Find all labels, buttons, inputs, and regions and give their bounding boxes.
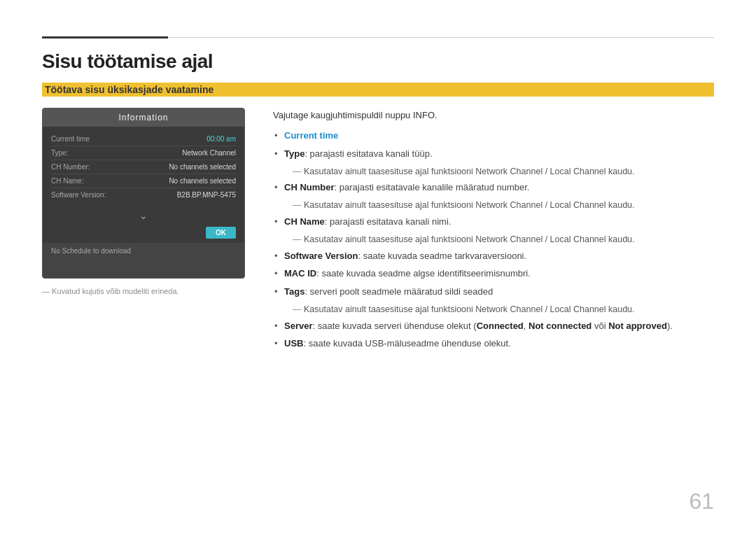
subtitle-highlight: Töötava sisu üksikasjade vaatamine	[42, 83, 714, 97]
server-or: või	[592, 321, 608, 331]
server-comma1: ,	[524, 321, 528, 331]
mac-id-label: MAC ID	[284, 268, 316, 279]
ch-number-sub-network: Network Channel	[475, 200, 542, 210]
tv-row-ch-number: CH Number: No channels selected	[51, 160, 236, 174]
list-item-server: Server: saate kuvada serveri ühenduse ol…	[273, 319, 714, 334]
usb-label: USB	[284, 338, 303, 349]
tv-label-software: Software Version:	[51, 191, 106, 199]
tv-value-ch-number: No channels selected	[169, 163, 236, 171]
list-item-mac-id: MAC ID: saate kuvada seadme algse identi…	[273, 267, 714, 281]
tv-schedule-area: No Schedule to download	[43, 243, 244, 278]
tv-value-current-time: 00:00 am	[206, 135, 236, 143]
page-title: Sisu töötamise ajal	[42, 50, 714, 73]
footer-note: Kuvatud kujutis võib mudeliti erineda.	[42, 287, 252, 295]
type-sub-network: Network Channel	[475, 167, 542, 176]
list-item-ch-number: CH Number: parajasti esitatavale kanalil…	[273, 181, 714, 195]
tv-schedule-text: No Schedule to download	[51, 247, 131, 255]
tv-row-software: Software Version: B2B.BP.MNP-5475	[51, 188, 236, 202]
type-text: : parajasti esitatava kanali tüüp.	[304, 148, 432, 159]
tv-row-current-time: Current time 00:00 am	[51, 132, 236, 146]
tv-ok-row: OK	[43, 224, 244, 243]
page-number: 61	[689, 489, 714, 514]
tags-sub-network: Network Channel	[475, 304, 542, 314]
server-connected: Connected	[477, 321, 524, 331]
list-item-tags: Tags: serveri poolt seadmele määratud si…	[273, 285, 714, 300]
tv-value-ch-name: No channels selected	[169, 177, 236, 185]
tv-value-type: Network Channel	[182, 149, 236, 157]
software-text: : saate kuvada seadme tarkvaraversiooni.	[358, 251, 526, 261]
top-line-dark	[42, 36, 168, 38]
server-label: Server	[284, 321, 312, 331]
info-label: Vajutage kaugjuhtimispuldil nuppu INFO.	[273, 108, 714, 123]
tv-row-ch-name: CH Name: No channels selected	[51, 174, 236, 188]
ch-name-sub: Kasutatav ainult taasesituse ajal funkts…	[273, 233, 714, 246]
tv-chevron-icon: ⌄	[43, 207, 244, 224]
tv-info-rows: Current time 00:00 am Type: Network Chan…	[43, 127, 244, 207]
software-label: Software Version	[284, 251, 358, 261]
ch-number-sub: Kasutatav ainult taasesituse ajal funkts…	[273, 199, 714, 212]
list-item-type: Type: parajasti esitatava kanali tüüp.	[273, 147, 714, 162]
tags-sub: Kasutatav ainult taasesituse ajal funkts…	[273, 303, 714, 316]
tv-row-type: Type: Network Channel	[51, 146, 236, 160]
tv-screen: Information Current time 00:00 am Type: …	[42, 108, 245, 279]
type-label: Type	[284, 148, 304, 159]
list-item-software: Software Version: saate kuvada seadme ta…	[273, 249, 714, 264]
right-column: Vajutage kaugjuhtimispuldil nuppu INFO. …	[273, 108, 714, 492]
tv-label-current-time: Current time	[51, 135, 90, 143]
type-sub: Kasutatav ainult taasesituse ajal funkts…	[273, 165, 714, 178]
tags-sub-local: Local Channel	[550, 304, 606, 314]
tv-label-type: Type:	[51, 149, 68, 157]
two-column-layout: Information Current time 00:00 am Type: …	[42, 108, 714, 492]
left-column: Information Current time 00:00 am Type: …	[42, 108, 252, 492]
tv-label-ch-number: CH Number:	[51, 163, 90, 171]
list-item-ch-name: CH Name: parajasti esitatava kanali nimi…	[273, 215, 714, 230]
tv-label-ch-name: CH Name:	[51, 177, 84, 185]
ch-name-sub-local: Local Channel	[550, 234, 606, 244]
list-item-usb: USB: saate kuvada USB-mäluseadme ühendus…	[273, 337, 714, 351]
current-time-label: Current time	[284, 130, 338, 141]
server-close: ).	[667, 321, 673, 331]
ch-number-text: : parajasti esitatavale kanalile määratu…	[335, 182, 530, 192]
ch-number-label: CH Number	[284, 182, 335, 192]
tags-text: : serveri poolt seadmele määratud sildi …	[304, 286, 493, 297]
server-not-approved: Not approved	[608, 321, 667, 331]
ch-name-text: : parajasti esitatava kanali nimi.	[325, 216, 451, 227]
tv-value-software: B2B.BP.MNP-5475	[177, 191, 236, 199]
ch-number-sub-local: Local Channel	[550, 200, 606, 210]
main-content: Sisu töötamise ajal Töötava sisu üksikas…	[42, 50, 714, 492]
ch-name-label: CH Name	[284, 216, 325, 227]
server-not-connected: Not connected	[528, 321, 592, 331]
tags-label: Tags	[284, 286, 304, 297]
usb-text: : saate kuvada USB-mäluseadme ühenduse o…	[303, 338, 510, 349]
tv-screen-header: Information	[43, 108, 244, 127]
bullet-list: Current time Type: parajasti esitatava k…	[273, 129, 714, 351]
tv-ok-button[interactable]: OK	[206, 227, 236, 239]
type-sub-local: Local Channel	[550, 167, 606, 176]
top-decorative-lines	[42, 36, 714, 38]
list-item-current-time: Current time	[273, 129, 714, 143]
ch-name-sub-network: Network Channel	[475, 234, 542, 244]
mac-id-text: : saate kuvada seadme algse identifitsee…	[316, 268, 531, 279]
top-line-light	[168, 37, 714, 38]
server-text: : saate kuvada serveri ühenduse olekut (	[312, 321, 476, 331]
